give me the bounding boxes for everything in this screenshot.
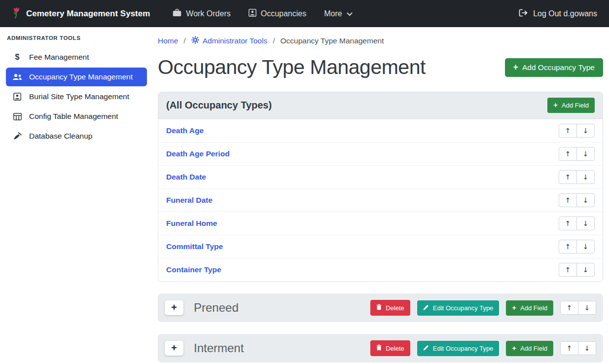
sidebar-item-label: Burial Site Type Management: [29, 92, 129, 101]
delete-label: Delete: [386, 304, 404, 312]
move-down-button[interactable]: [576, 240, 595, 254]
nav-item-label: More: [324, 9, 342, 18]
down-arrow-icon: [584, 344, 590, 352]
dollar-icon: $: [12, 53, 23, 62]
field-link-funeral-date[interactable]: Funeral Date: [166, 196, 213, 205]
toolbox-icon: [173, 9, 181, 19]
sidebar-item-label: Config Table Management: [29, 112, 118, 121]
sidebar-item-fee-management[interactable]: $ Fee Management: [6, 48, 147, 67]
sidebar-item-label: Occupancy Type Management: [29, 73, 133, 81]
down-arrow-icon: [583, 127, 589, 135]
edit-label: Edit Occupancy Type: [433, 345, 494, 352]
field-link-death-age[interactable]: Death Age: [166, 126, 204, 135]
move-up-button[interactable]: [559, 193, 577, 207]
nav-item-work-orders[interactable]: Work Orders: [164, 5, 239, 23]
move-up-button[interactable]: [559, 170, 577, 184]
expand-button[interactable]: [165, 300, 183, 315]
tulip-logo-icon: [12, 6, 21, 22]
nav-item-more[interactable]: More: [315, 5, 361, 22]
edit-occupancy-type-button[interactable]: Edit Occupancy Type: [417, 300, 500, 316]
trash-icon: [376, 304, 382, 312]
reorder-buttons: [559, 193, 595, 207]
down-arrow-icon: [583, 243, 589, 251]
reorder-buttons: [559, 147, 595, 161]
move-up-button[interactable]: [560, 301, 578, 315]
occupant-portrait-icon: [249, 9, 256, 19]
occupancy-type-panel-interment: Interment Delete: [158, 334, 603, 363]
logout-button[interactable]: Log Out d.gowans: [519, 9, 597, 19]
chevron-down-icon: [347, 9, 353, 18]
move-down-button[interactable]: [576, 217, 595, 230]
reorder-buttons: [559, 170, 595, 184]
field-row: Death Age Period: [158, 142, 603, 165]
field-row: Container Type: [158, 258, 603, 281]
move-down-button[interactable]: [576, 263, 595, 277]
add-field-button[interactable]: Add Field: [506, 300, 553, 316]
panel-actions: Delete Edit Occupancy Type Add Field: [370, 300, 596, 316]
breadcrumb-administrator-tools[interactable]: Administrator Tools: [191, 36, 268, 46]
plus-icon: [171, 303, 177, 313]
breadcrumb-home[interactable]: Home: [158, 36, 178, 45]
move-down-button[interactable]: [578, 341, 596, 355]
card-title: (All Occupancy Types): [166, 100, 272, 111]
add-occupancy-type-button[interactable]: Add Occupancy Type: [505, 58, 603, 77]
app-brand[interactable]: Cemetery Management System: [12, 6, 150, 22]
down-arrow-icon: [583, 173, 589, 181]
down-arrow-icon: [583, 219, 589, 227]
nav-item-occupancies[interactable]: Occupancies: [240, 5, 316, 23]
sidebar: Administrator Tools $ Fee Management Occ…: [0, 27, 153, 364]
field-link-death-age-period[interactable]: Death Age Period: [166, 149, 230, 158]
add-field-button[interactable]: Add Field: [506, 341, 553, 356]
move-down-button[interactable]: [576, 147, 595, 161]
page-header: Occupancy Type Management Add Occupancy …: [158, 56, 603, 79]
table-icon: [12, 113, 23, 120]
move-down-button[interactable]: [576, 193, 595, 207]
portrait-icon: [12, 93, 23, 101]
breadcrumb-current: Occupancy Type Management: [281, 36, 384, 45]
field-link-funeral-home[interactable]: Funeral Home: [166, 219, 217, 228]
sidebar-item-occupancy-type-management[interactable]: Occupancy Type Management: [6, 68, 147, 86]
move-down-button[interactable]: [578, 301, 596, 315]
breadcrumb-separator: [273, 36, 275, 45]
plus-icon: [512, 304, 516, 312]
add-field-button[interactable]: Add Field: [547, 98, 595, 113]
reorder-buttons: [560, 301, 596, 315]
move-up-button[interactable]: [559, 263, 577, 277]
sidebar-item-label: Database Cleanup: [29, 132, 92, 141]
move-up-button[interactable]: [559, 240, 577, 254]
occupancy-type-panel-preneed: Preneed Delete: [158, 293, 603, 322]
move-up-button[interactable]: [559, 217, 577, 230]
users-icon: [12, 73, 23, 80]
move-up-button[interactable]: [559, 147, 577, 161]
field-link-death-date[interactable]: Death Date: [166, 173, 206, 182]
page-title: Occupancy Type Management: [158, 56, 426, 79]
move-up-button[interactable]: [559, 124, 577, 138]
reorder-buttons: [559, 124, 595, 138]
sidebar-item-label: Fee Management: [29, 53, 89, 62]
move-down-button[interactable]: [576, 170, 595, 184]
field-link-committal-type[interactable]: Committal Type: [166, 242, 223, 251]
up-arrow-icon: [565, 243, 571, 251]
plus-icon: [512, 345, 516, 352]
top-navbar: Cemetery Management System Work Orders O…: [0, 0, 609, 27]
pencil-icon: [423, 345, 429, 352]
panel-title: Interment: [194, 341, 244, 355]
move-down-button[interactable]: [576, 124, 595, 138]
delete-label: Delete: [386, 345, 404, 352]
field-row: Death Date: [158, 165, 603, 188]
sidebar-item-database-cleanup[interactable]: Database Cleanup: [6, 127, 147, 146]
delete-button[interactable]: Delete: [370, 300, 410, 316]
nav-links: Work Orders Occupancies More: [164, 5, 361, 23]
field-link-container-type[interactable]: Container Type: [166, 265, 221, 274]
sidebar-item-config-table-management[interactable]: Config Table Management: [6, 107, 147, 126]
add-field-label: Add Field: [520, 345, 547, 352]
delete-button[interactable]: Delete: [370, 340, 410, 356]
up-arrow-icon: [567, 344, 573, 352]
down-arrow-icon: [583, 196, 589, 204]
edit-occupancy-type-button[interactable]: Edit Occupancy Type: [417, 341, 500, 356]
expand-button[interactable]: [165, 341, 183, 356]
broom-icon: [12, 132, 23, 140]
sidebar-item-burial-site-type-management[interactable]: Burial Site Type Management: [6, 87, 147, 106]
move-up-button[interactable]: [560, 341, 578, 355]
field-row: Funeral Date: [158, 188, 603, 212]
